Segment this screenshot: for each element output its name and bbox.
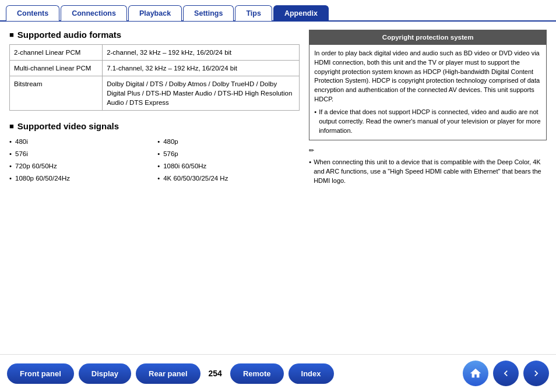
table-row: 2-channel Linear PCM 2-channel, 32 kHz –…	[10, 45, 300, 61]
right-section: Copyright protection system In order to …	[309, 30, 547, 186]
list-item: •4K 60/50/30/25/24 Hz	[157, 172, 300, 185]
list-item: •576i	[9, 148, 152, 160]
audio-heading: Supported audio formats	[9, 30, 300, 40]
video-col2: •480p •576p •1080i 60/50Hz •4K 60/50/30/…	[157, 136, 300, 184]
page-number: 254	[209, 369, 222, 378]
audio-table: 2-channel Linear PCM 2-channel, 32 kHz –…	[9, 44, 300, 111]
audio-row-1-label: 2-channel Linear PCM	[10, 45, 103, 61]
table-row: Multi-channel Linear PCM 7.1-channel, 32…	[10, 61, 300, 76]
table-row: Bitstream Dolby Digital / DTS / Dolby At…	[10, 76, 300, 111]
back-arrow-icon	[500, 368, 512, 379]
display-button[interactable]: Display	[79, 363, 131, 384]
video-col1: •480i •576i •720p 60/50Hz •1080p 60/50/2…	[9, 136, 152, 184]
video-section: Supported video signals •480i •576i •720…	[9, 121, 300, 184]
audio-row-2-value: 7.1-channel, 32 kHz – 192 kHz, 16/20/24 …	[103, 61, 300, 76]
note-box: ✏ When connecting this unit to a device …	[309, 146, 547, 186]
copyright-note: If a device that does not support HDCP i…	[314, 108, 541, 136]
remote-button[interactable]: Remote	[230, 363, 284, 384]
list-item: •1080i 60/50Hz	[157, 160, 300, 172]
audio-row-2-label: Multi-channel Linear PCM	[10, 61, 103, 76]
bottom-nav: Front panel Display Rear panel 254 Remot…	[0, 354, 556, 392]
tab-contents[interactable]: Contents	[6, 5, 59, 21]
copyright-text: In order to play back digital video and …	[314, 50, 540, 103]
note-content: When connecting this unit to a device th…	[309, 158, 547, 186]
copyright-title: Copyright protection system	[309, 30, 546, 45]
nav-tabs: Contents Connections Playback Settings T…	[0, 0, 556, 22]
rear-panel-button[interactable]: Rear panel	[136, 363, 200, 384]
list-item: •480p	[157, 136, 300, 148]
tab-playback[interactable]: Playback	[128, 5, 182, 21]
note-text: When connecting this unit to a device th…	[314, 158, 547, 186]
copyright-note-text: If a device that does not support HDCP i…	[319, 108, 541, 136]
tab-settings[interactable]: Settings	[183, 5, 234, 21]
list-item: •480i	[9, 136, 152, 148]
pencil-icon: ✏	[309, 146, 314, 156]
tab-appendix[interactable]: Appendix	[273, 5, 329, 21]
tab-connections[interactable]: Connections	[61, 5, 127, 21]
front-panel-button[interactable]: Front panel	[7, 363, 74, 384]
video-grid: •480i •576i •720p 60/50Hz •1080p 60/50/2…	[9, 136, 300, 184]
video-heading: Supported video signals	[9, 121, 300, 131]
copyright-body: In order to play back digital video and …	[309, 45, 546, 140]
audio-row-1-value: 2-channel, 32 kHz – 192 kHz, 16/20/24 bi…	[103, 45, 300, 61]
audio-row-3-value: Dolby Digital / DTS / Dolby Atmos / Dolb…	[103, 76, 300, 111]
back-button[interactable]	[493, 361, 519, 386]
home-icon	[469, 367, 482, 380]
index-button[interactable]: Index	[288, 363, 334, 384]
list-item: •576p	[157, 148, 300, 160]
audio-row-3-label: Bitstream	[10, 76, 103, 111]
left-section: Supported audio formats 2-channel Linear…	[9, 30, 300, 186]
list-item: •720p 60/50Hz	[9, 160, 152, 172]
main-content: Supported audio formats 2-channel Linear…	[0, 22, 556, 192]
forward-button[interactable]	[523, 361, 549, 386]
forward-arrow-icon	[530, 368, 542, 379]
list-item: •1080p 60/50/24Hz	[9, 172, 152, 185]
copyright-box: Copyright protection system In order to …	[309, 30, 547, 140]
home-button[interactable]	[463, 361, 488, 386]
tab-tips[interactable]: Tips	[235, 5, 272, 21]
